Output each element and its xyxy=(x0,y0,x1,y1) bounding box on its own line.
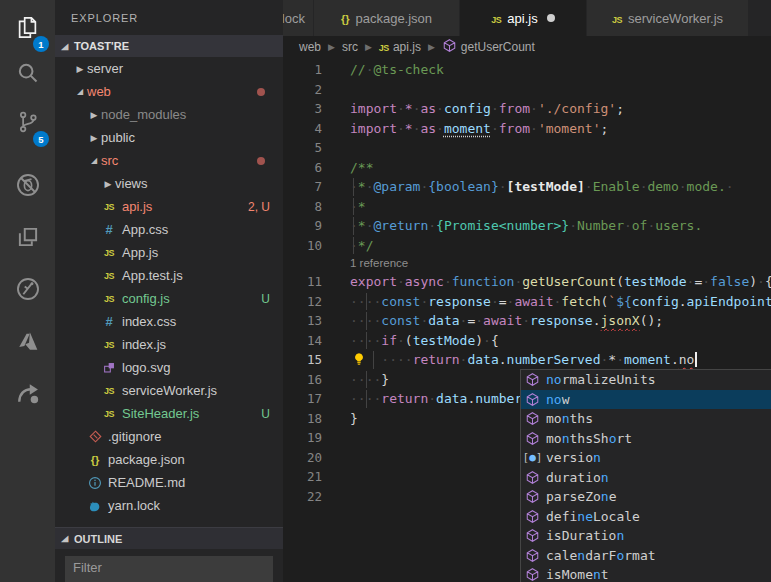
tree-item-index-css[interactable]: #index.css xyxy=(55,310,283,333)
tab-package-json[interactable]: {}package.json xyxy=(314,0,460,36)
codelens-references[interactable]: 1 reference xyxy=(283,255,771,272)
line-content: ····const·response·=·await·fetch(`${conf… xyxy=(350,292,771,312)
tree-item-config-js[interactable]: JSconfig.jsU xyxy=(55,287,283,310)
tree-item-siteheader-js[interactable]: JSSiteHeader.jsU xyxy=(55,402,283,425)
css-file-icon: # xyxy=(101,314,117,329)
indent-guide xyxy=(366,390,367,408)
method-cube-icon xyxy=(524,528,541,543)
tree-item-views[interactable]: ▶views xyxy=(55,172,283,195)
line-content: export·async·function·getUserCount(testM… xyxy=(350,272,771,292)
line-number: 4 xyxy=(283,119,322,139)
tree-item-gitignore[interactable]: .gitignore xyxy=(55,425,283,448)
code-line-5[interactable]: 5 xyxy=(283,138,771,158)
file-label: index.js xyxy=(122,337,166,352)
method-cube-icon xyxy=(524,567,541,582)
suggest-item-now[interactable]: now xyxy=(521,390,771,410)
outline-filter-input[interactable]: Filter xyxy=(65,556,273,582)
tab-serviceworker-js[interactable]: JSserviceWorker.js xyxy=(587,0,749,36)
breadcrumb-item-getusercount[interactable]: getUserCount xyxy=(442,38,535,56)
suggest-label: now xyxy=(546,392,569,407)
line-number: 7 xyxy=(283,177,322,197)
js-file-icon: JS xyxy=(612,11,622,26)
activity-debug[interactable] xyxy=(0,163,55,207)
code-line-13[interactable]: 13····const·data·=·await·response.jsonX(… xyxy=(283,311,771,331)
tree-item-readme-md[interactable]: README.md xyxy=(55,471,283,494)
code-line-6[interactable]: 6/** xyxy=(283,158,771,178)
suggest-item-duration[interactable]: duration xyxy=(521,468,771,488)
tree-item-server[interactable]: ▶server xyxy=(55,57,283,80)
tree-item-app-css[interactable]: #App.css xyxy=(55,218,283,241)
activity-extensions[interactable] xyxy=(0,215,55,259)
breadcrumb-item-src[interactable]: src xyxy=(342,40,358,54)
file-label: yarn.lock xyxy=(108,498,160,513)
code-line-11[interactable]: 11export·async·function·getUserCount(tes… xyxy=(283,272,771,292)
activity-badge: 5 xyxy=(33,131,49,147)
tree-item-package-json[interactable]: {}package.json xyxy=(55,448,283,471)
cube-icon xyxy=(442,38,457,56)
activity-source-control[interactable]: 5 xyxy=(0,100,55,144)
extensions-icon xyxy=(15,224,41,250)
tree-item-api-js[interactable]: JSapi.js2, U xyxy=(55,195,283,218)
activity-history[interactable] xyxy=(0,267,55,311)
tab-n-lock[interactable]: n.lock xyxy=(283,0,314,36)
tree-item-src[interactable]: ◢src xyxy=(55,149,283,172)
line-content: /** xyxy=(350,158,771,178)
suggest-item-parsezone[interactable]: parseZone xyxy=(521,487,771,507)
code-line-9[interactable]: 9·*·@return·{Promise<number>}·Number·of·… xyxy=(283,216,771,236)
code-line-1[interactable]: 1//·@ts-check xyxy=(283,60,771,80)
code-line-15[interactable]: 15 ····return·data.numberServed·*·moment… xyxy=(283,350,771,370)
code-line-8[interactable]: 8·* xyxy=(283,197,771,217)
suggest-item-definelocale[interactable]: defineLocale xyxy=(521,507,771,527)
suggest-item-calendarformat[interactable]: calendarFormat xyxy=(521,546,771,566)
tree-item-yarn-lock[interactable]: yarn.lock xyxy=(55,494,283,517)
code-line-12[interactable]: 12····const·response·=·await·fetch(`${co… xyxy=(283,292,771,312)
activity-search[interactable] xyxy=(0,50,55,94)
suggest-item-ismoment[interactable]: isMoment xyxy=(521,565,771,582)
tab-api-js[interactable]: JSapi.js xyxy=(460,0,587,36)
file-label: package.json xyxy=(108,452,185,467)
tree-item-public[interactable]: ▶public xyxy=(55,126,283,149)
suggest-item-version[interactable]: [●]version xyxy=(521,448,771,468)
activity-live-share[interactable] xyxy=(0,371,55,415)
line-number: 6 xyxy=(283,158,322,178)
section-header-toastre[interactable]: ◢ TOAST'RE xyxy=(55,35,283,57)
suggest-item-isduration[interactable]: isDuration xyxy=(521,526,771,546)
suggest-item-normalizeunits[interactable]: normalizeUnits xyxy=(521,370,771,390)
breadcrumb-item-web[interactable]: web xyxy=(299,40,321,54)
breadcrumb-label: src xyxy=(342,40,358,54)
lightbulb-icon[interactable] xyxy=(352,352,366,370)
suggest-label: isDuration xyxy=(546,528,624,543)
suggest-item-months[interactable]: months xyxy=(521,409,771,429)
activity-azure[interactable] xyxy=(0,319,55,363)
js-file-icon: JS xyxy=(101,202,117,212)
tree-item-logo-svg[interactable]: logo.svg xyxy=(55,356,283,379)
tree-item-app-test-js[interactable]: JSApp.test.js xyxy=(55,264,283,287)
line-content: ····const·data·=·await·response.jsonX(); xyxy=(350,311,771,331)
js-icon: JS xyxy=(379,40,389,54)
code-line-14[interactable]: 14····if·(testMode)·{ xyxy=(283,331,771,351)
line-number: 8 xyxy=(283,197,322,217)
method-cube-icon xyxy=(524,431,541,446)
breadcrumb-item-api-js[interactable]: JSapi.js xyxy=(379,40,421,54)
code-line-7[interactable]: 7·*·@param·{boolean}·[testMode]·Enable·d… xyxy=(283,177,771,197)
tree-item-node-modules[interactable]: ▶node_modules xyxy=(55,103,283,126)
activity-explorer[interactable]: 1 xyxy=(0,5,55,49)
outline-label: OUTLINE xyxy=(74,533,122,545)
code-line-3[interactable]: 3import·*·as·config·from·'./config'; xyxy=(283,99,771,119)
code-line-10[interactable]: 10·*/ xyxy=(283,236,771,256)
explorer-header: EXPLORER xyxy=(55,0,283,35)
tree-item-app-js[interactable]: JSApp.js xyxy=(55,241,283,264)
share-arrow-icon xyxy=(14,379,42,407)
file-label: node_modules xyxy=(101,107,186,122)
tree-item-serviceworker-js[interactable]: JSserviceWorker.js xyxy=(55,379,283,402)
suggest-label: monthsShort xyxy=(546,431,632,446)
js-file-icon: JS xyxy=(101,271,117,281)
code-line-4[interactable]: 4import·*·as·moment·from·'moment'; xyxy=(283,119,771,139)
activity-bar: 15 xyxy=(0,0,55,582)
code-line-2[interactable]: 2 xyxy=(283,80,771,100)
tree-item-web[interactable]: ◢web xyxy=(55,80,283,103)
clock-branch-icon xyxy=(14,275,42,303)
section-header-outline[interactable]: ◢ OUTLINE xyxy=(55,527,283,549)
tree-item-index-js[interactable]: JSindex.js xyxy=(55,333,283,356)
suggest-item-monthsshort[interactable]: monthsShort xyxy=(521,429,771,449)
